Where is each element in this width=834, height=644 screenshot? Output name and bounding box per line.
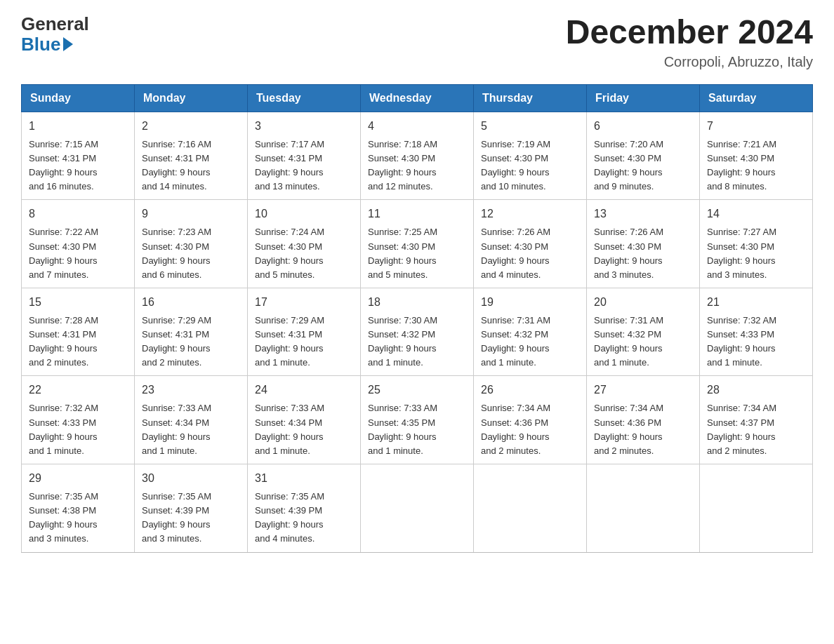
day-number: 7 — [707, 118, 805, 135]
day-info: Sunrise: 7:26 AMSunset: 4:30 PMDaylight:… — [481, 227, 550, 279]
day-info: Sunrise: 7:32 AMSunset: 4:33 PMDaylight:… — [29, 403, 98, 455]
day-number: 21 — [707, 294, 805, 311]
calendar-cell: 6 Sunrise: 7:20 AMSunset: 4:30 PMDayligh… — [587, 112, 700, 200]
day-info: Sunrise: 7:26 AMSunset: 4:30 PMDaylight:… — [594, 227, 663, 279]
logo-general-text: General — [21, 14, 89, 34]
calendar-cell: 11 Sunrise: 7:25 AMSunset: 4:30 PMDaylig… — [361, 200, 474, 288]
day-info: Sunrise: 7:29 AMSunset: 4:31 PMDaylight:… — [255, 315, 324, 368]
logo-triangle-icon — [63, 37, 73, 51]
day-number: 14 — [707, 206, 805, 222]
month-title: December 2024 — [566, 14, 813, 51]
logo: General Blue — [21, 14, 89, 54]
calendar-cell: 1 Sunrise: 7:15 AMSunset: 4:31 PMDayligh… — [22, 112, 135, 200]
calendar-cell: 15 Sunrise: 7:28 AMSunset: 4:31 PMDaylig… — [22, 288, 135, 376]
day-info: Sunrise: 7:29 AMSunset: 4:31 PMDaylight:… — [142, 315, 211, 368]
calendar-cell — [700, 464, 813, 553]
header-saturday: Saturday — [700, 84, 813, 112]
calendar-week-row: 8 Sunrise: 7:22 AMSunset: 4:30 PMDayligh… — [22, 200, 813, 288]
day-info: Sunrise: 7:24 AMSunset: 4:30 PMDaylight:… — [255, 227, 324, 279]
day-number: 4 — [368, 118, 466, 135]
day-number: 15 — [29, 294, 127, 311]
calendar-cell: 28 Sunrise: 7:34 AMSunset: 4:37 PMDaylig… — [700, 376, 813, 464]
day-info: Sunrise: 7:32 AMSunset: 4:33 PMDaylight:… — [707, 315, 776, 368]
calendar-week-row: 22 Sunrise: 7:32 AMSunset: 4:33 PMDaylig… — [22, 376, 813, 464]
calendar-cell — [474, 464, 587, 553]
day-number: 9 — [142, 206, 240, 222]
day-number: 13 — [594, 206, 692, 222]
day-number: 30 — [142, 470, 240, 487]
day-info: Sunrise: 7:28 AMSunset: 4:31 PMDaylight:… — [29, 315, 98, 368]
day-number: 11 — [368, 206, 466, 222]
logo-blue-text: Blue — [21, 34, 73, 55]
day-number: 19 — [481, 294, 579, 311]
day-number: 27 — [594, 382, 692, 398]
day-number: 16 — [142, 294, 240, 311]
header-friday: Friday — [587, 84, 700, 112]
calendar-cell: 10 Sunrise: 7:24 AMSunset: 4:30 PMDaylig… — [248, 200, 361, 288]
day-number: 6 — [594, 118, 692, 135]
header-tuesday: Tuesday — [248, 84, 361, 112]
calendar-cell: 30 Sunrise: 7:35 AMSunset: 4:39 PMDaylig… — [135, 464, 248, 553]
day-info: Sunrise: 7:21 AMSunset: 4:30 PMDaylight:… — [707, 139, 776, 192]
day-info: Sunrise: 7:23 AMSunset: 4:30 PMDaylight:… — [142, 227, 211, 279]
day-info: Sunrise: 7:33 AMSunset: 4:34 PMDaylight:… — [142, 403, 211, 455]
day-info: Sunrise: 7:34 AMSunset: 4:36 PMDaylight:… — [594, 403, 663, 455]
page-header: General Blue December 2024 Corropoli, Ab… — [21, 14, 813, 70]
calendar-cell: 9 Sunrise: 7:23 AMSunset: 4:30 PMDayligh… — [135, 200, 248, 288]
calendar-week-row: 1 Sunrise: 7:15 AMSunset: 4:31 PMDayligh… — [22, 112, 813, 200]
day-number: 3 — [255, 118, 353, 135]
day-info: Sunrise: 7:19 AMSunset: 4:30 PMDaylight:… — [481, 139, 550, 192]
calendar-week-row: 29 Sunrise: 7:35 AMSunset: 4:38 PMDaylig… — [22, 464, 813, 553]
calendar-cell: 29 Sunrise: 7:35 AMSunset: 4:38 PMDaylig… — [22, 464, 135, 553]
day-number: 5 — [481, 118, 579, 135]
calendar-cell: 4 Sunrise: 7:18 AMSunset: 4:30 PMDayligh… — [361, 112, 474, 200]
calendar-cell: 5 Sunrise: 7:19 AMSunset: 4:30 PMDayligh… — [474, 112, 587, 200]
calendar-cell: 25 Sunrise: 7:33 AMSunset: 4:35 PMDaylig… — [361, 376, 474, 464]
header-sunday: Sunday — [22, 84, 135, 112]
day-info: Sunrise: 7:16 AMSunset: 4:31 PMDaylight:… — [142, 139, 211, 192]
day-info: Sunrise: 7:33 AMSunset: 4:34 PMDaylight:… — [255, 403, 324, 455]
day-info: Sunrise: 7:35 AMSunset: 4:38 PMDaylight:… — [29, 491, 98, 544]
day-number: 8 — [29, 206, 127, 222]
calendar-cell: 23 Sunrise: 7:33 AMSunset: 4:34 PMDaylig… — [135, 376, 248, 464]
calendar-cell: 8 Sunrise: 7:22 AMSunset: 4:30 PMDayligh… — [22, 200, 135, 288]
calendar-cell: 19 Sunrise: 7:31 AMSunset: 4:32 PMDaylig… — [474, 288, 587, 376]
calendar-table: SundayMondayTuesdayWednesdayThursdayFrid… — [21, 84, 813, 553]
calendar-cell: 27 Sunrise: 7:34 AMSunset: 4:36 PMDaylig… — [587, 376, 700, 464]
day-info: Sunrise: 7:35 AMSunset: 4:39 PMDaylight:… — [142, 491, 211, 544]
calendar-cell: 31 Sunrise: 7:35 AMSunset: 4:39 PMDaylig… — [248, 464, 361, 553]
day-number: 12 — [481, 206, 579, 222]
day-info: Sunrise: 7:30 AMSunset: 4:32 PMDaylight:… — [368, 315, 437, 368]
day-info: Sunrise: 7:18 AMSunset: 4:30 PMDaylight:… — [368, 139, 437, 192]
calendar-cell: 13 Sunrise: 7:26 AMSunset: 4:30 PMDaylig… — [587, 200, 700, 288]
day-info: Sunrise: 7:27 AMSunset: 4:30 PMDaylight:… — [707, 227, 776, 279]
calendar-cell: 24 Sunrise: 7:33 AMSunset: 4:34 PMDaylig… — [248, 376, 361, 464]
day-number: 25 — [368, 382, 466, 398]
day-info: Sunrise: 7:34 AMSunset: 4:37 PMDaylight:… — [707, 403, 776, 455]
day-number: 18 — [368, 294, 466, 311]
calendar-cell: 21 Sunrise: 7:32 AMSunset: 4:33 PMDaylig… — [700, 288, 813, 376]
calendar-cell: 14 Sunrise: 7:27 AMSunset: 4:30 PMDaylig… — [700, 200, 813, 288]
day-number: 23 — [142, 382, 240, 398]
day-info: Sunrise: 7:33 AMSunset: 4:35 PMDaylight:… — [368, 403, 437, 455]
calendar-cell: 26 Sunrise: 7:34 AMSunset: 4:36 PMDaylig… — [474, 376, 587, 464]
location-text: Corropoli, Abruzzo, Italy — [566, 54, 813, 70]
calendar-cell: 20 Sunrise: 7:31 AMSunset: 4:32 PMDaylig… — [587, 288, 700, 376]
day-info: Sunrise: 7:34 AMSunset: 4:36 PMDaylight:… — [481, 403, 550, 455]
day-number: 20 — [594, 294, 692, 311]
day-number: 17 — [255, 294, 353, 311]
title-section: December 2024 Corropoli, Abruzzo, Italy — [566, 14, 813, 70]
day-info: Sunrise: 7:20 AMSunset: 4:30 PMDaylight:… — [594, 139, 663, 192]
calendar-header-row: SundayMondayTuesdayWednesdayThursdayFrid… — [22, 84, 813, 112]
day-info: Sunrise: 7:22 AMSunset: 4:30 PMDaylight:… — [29, 227, 98, 279]
day-number: 31 — [255, 470, 353, 487]
calendar-cell: 2 Sunrise: 7:16 AMSunset: 4:31 PMDayligh… — [135, 112, 248, 200]
calendar-cell: 18 Sunrise: 7:30 AMSunset: 4:32 PMDaylig… — [361, 288, 474, 376]
calendar-cell: 17 Sunrise: 7:29 AMSunset: 4:31 PMDaylig… — [248, 288, 361, 376]
day-info: Sunrise: 7:15 AMSunset: 4:31 PMDaylight:… — [29, 139, 98, 192]
day-number: 1 — [29, 118, 127, 135]
day-info: Sunrise: 7:31 AMSunset: 4:32 PMDaylight:… — [594, 315, 663, 368]
calendar-cell — [361, 464, 474, 553]
calendar-cell: 22 Sunrise: 7:32 AMSunset: 4:33 PMDaylig… — [22, 376, 135, 464]
header-wednesday: Wednesday — [361, 84, 474, 112]
